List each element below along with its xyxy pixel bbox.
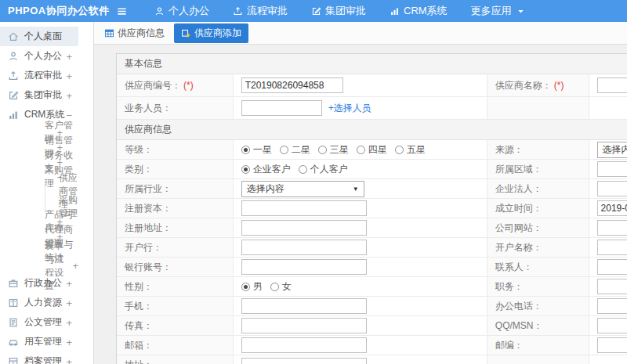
fax-label: 传真： [117, 316, 234, 335]
gender-value-cell: 男女 [234, 277, 487, 296]
office-phone-input[interactable] [597, 298, 627, 314]
caret-down-icon [516, 6, 526, 16]
form-row: 邮箱：邮编： [117, 336, 627, 355]
radio-icon [280, 146, 288, 154]
label-text: 开户名称： [495, 241, 542, 254]
level-radio-0[interactable]: 一星 [241, 143, 272, 157]
expand-icon[interactable]: + [66, 336, 72, 348]
staff-input[interactable] [241, 100, 322, 116]
gender-radio-1[interactable]: 女 [270, 280, 292, 294]
staff-picker-link[interactable]: +选择人员 [328, 102, 371, 115]
industry-select[interactable]: 选择内容▼ [241, 181, 364, 197]
form-row: 传真：QQ/MSN： [117, 316, 627, 336]
title-input[interactable] [597, 279, 627, 294]
supplier-code-input[interactable] [241, 77, 343, 93]
form-row: 所属行业：选择内容▼企业法人： [117, 179, 627, 199]
level-radio-label: 一星 [253, 143, 272, 157]
label-text: QQ/MSN： [495, 319, 543, 333]
account-name-input[interactable] [597, 240, 627, 255]
legal-person-input[interactable] [597, 181, 627, 196]
nav-crm-system[interactable]: CRM系统 [390, 4, 448, 18]
email-input[interactable] [241, 337, 367, 353]
industry-label: 所属行业： [117, 179, 234, 198]
source-select[interactable]: 选择内容▼ [597, 142, 627, 158]
expand-icon[interactable]: + [66, 70, 72, 81]
topbar-nav: 个人办公流程审批集团审批CRM系统更多应用 [154, 4, 526, 18]
expand-icon[interactable]: + [72, 260, 78, 272]
sidebar-item[interactable]: 个人桌面 [0, 27, 78, 46]
nav-item-label: CRM系统 [404, 4, 448, 18]
qq-msn-input[interactable] [597, 318, 627, 333]
label-text: 职务： [495, 280, 524, 294]
expand-icon[interactable]: + [66, 277, 72, 289]
qq-msn-label: QQ/MSN： [487, 316, 589, 335]
bank-account-input[interactable] [241, 259, 367, 275]
nav-group-approval[interactable]: 集团审批 [311, 4, 366, 18]
bank-account-label: 银行账号： [117, 258, 234, 276]
founded-time-value-cell [589, 199, 627, 218]
category-value-cell: 企业客户个人客户 [234, 160, 487, 178]
sidebar-item[interactable]: 行政办公+ [0, 273, 78, 293]
level-radio-label: 四星 [368, 143, 387, 157]
radio-icon [241, 146, 250, 154]
edit-icon [8, 90, 19, 101]
fax-input[interactable] [241, 318, 367, 333]
section-title: 基本信息 [117, 54, 627, 74]
bank-input[interactable] [241, 240, 367, 255]
label-text: 供应商编号： [125, 79, 181, 92]
category-radio-0[interactable]: 企业客户 [241, 163, 291, 176]
registered-address-input[interactable] [241, 220, 367, 236]
sidebar-item[interactable]: 流程审批+ [0, 66, 78, 85]
expand-icon[interactable]: + [66, 297, 72, 308]
level-radio-4[interactable]: 五星 [395, 143, 426, 157]
supplier-name-input[interactable] [597, 77, 627, 93]
sidebar-item[interactable]: 公文管理+ [0, 312, 78, 332]
form-row: 供应商编号：(*)供应商名称：(*) [117, 74, 627, 97]
founded-time-input[interactable] [597, 200, 627, 216]
address-input[interactable] [241, 358, 367, 364]
sidebar-item-label: 人力资源 [24, 296, 62, 309]
region-input[interactable] [597, 161, 627, 177]
category-radio-1[interactable]: 个人客户 [299, 163, 348, 176]
level-radio-3[interactable]: 四星 [357, 143, 387, 157]
contact-value-cell [589, 258, 627, 276]
expand-icon[interactable]: + [66, 316, 72, 328]
expand-icon[interactable]: + [66, 89, 72, 101]
level-radio-label: 三星 [330, 143, 349, 157]
sidebar-item-label: 公文管理 [24, 315, 62, 329]
expand-icon[interactable]: + [66, 355, 72, 364]
form-row: 注册资本：成立时间： [117, 199, 627, 218]
sidebar-item[interactable]: 个人办公+ [0, 46, 78, 66]
website-input[interactable] [597, 220, 627, 236]
label-text: 地址： [125, 359, 153, 364]
supplier-code-label: 供应商编号：(*) [117, 74, 234, 96]
menu-icon[interactable] [116, 5, 128, 17]
gender-radio-0[interactable]: 男 [241, 280, 263, 294]
sidebar-item[interactable]: 人力资源+ [0, 293, 78, 312]
label-text: 类别： [125, 163, 153, 176]
level-radio-2[interactable]: 三星 [318, 143, 349, 157]
nav-personal-office[interactable]: 个人办公 [154, 4, 209, 18]
industry-value-cell: 选择内容▼ [234, 179, 487, 198]
qq-msn-value-cell [589, 316, 627, 335]
sidebar-item[interactable]: 档案管理+ [0, 351, 78, 364]
level-radio-1[interactable]: 二星 [280, 143, 310, 157]
zipcode-input[interactable] [597, 337, 627, 353]
registered-capital-input[interactable] [241, 200, 367, 216]
mobile-input[interactable] [241, 298, 367, 314]
radio-icon [318, 146, 327, 154]
sidebar-item[interactable]: 集团审批+ [0, 85, 78, 105]
email-value-cell [234, 336, 487, 355]
tab-supplier-info[interactable]: 供应商信息 [104, 27, 165, 40]
sidebar-item[interactable]: 表单与流程设置+ [0, 258, 78, 273]
nav-flow-approval[interactable]: 流程审批 [233, 4, 288, 18]
supplier-name-value-cell [589, 74, 627, 96]
label-text: 办公电话： [495, 300, 542, 313]
bank-account-value-cell [234, 258, 487, 276]
sidebar-item-label: 集团审批 [24, 88, 62, 102]
tab-supplier-add[interactable]: 供应商添加 [174, 23, 248, 43]
expand-icon[interactable]: + [66, 50, 72, 62]
nav-more-apps[interactable]: 更多应用 [471, 4, 526, 18]
contact-input[interactable] [597, 259, 627, 275]
sidebar-item[interactable]: 用车管理+ [0, 332, 78, 351]
